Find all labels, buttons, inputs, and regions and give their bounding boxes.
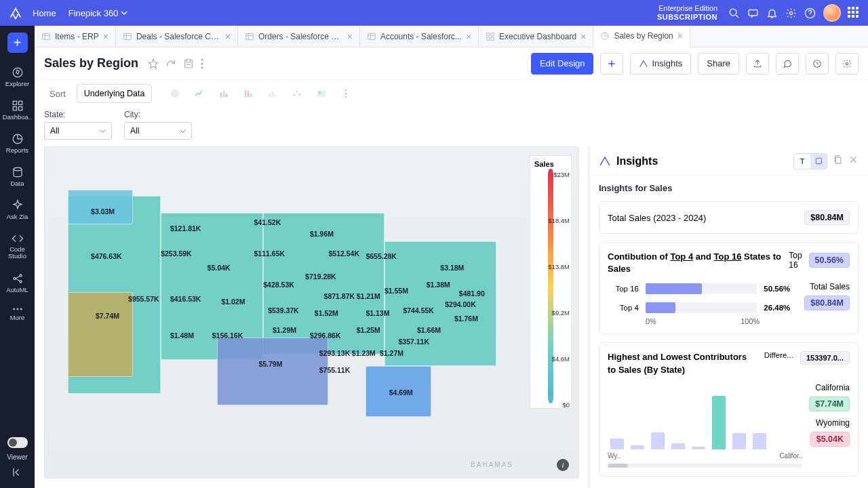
insights-button[interactable]: Insights [630,53,691,75]
line-chart-icon[interactable] [190,84,209,103]
refresh-icon[interactable] [165,58,176,69]
svg-point-16 [20,308,22,310]
map-chart[interactable]: $3.03M$121.81K$41.52K$1.96M$476.63K$253.… [44,146,579,479]
alert-icon[interactable] [806,53,829,75]
svg-point-4 [13,68,22,77]
legend-tick: $23M [553,171,570,178]
nav-automl[interactable]: AutoML [0,268,35,298]
add-button[interactable]: + [7,33,28,53]
legend-tick: $0 [562,401,570,409]
tab[interactable]: Sales by Region× [593,26,690,47]
contribution-card: Contibution of Top 4 and Top 16 States t… [599,242,859,334]
tab[interactable]: Orders - Salesforce C...× [238,26,360,47]
card-view-icon[interactable] [810,154,827,169]
svg-rect-38 [248,93,250,98]
tab[interactable]: Accounts - Salesforc...× [360,26,479,47]
comment-icon[interactable] [776,53,799,75]
tab[interactable]: Items - ERP× [35,26,116,47]
app-logo-icon[interactable] [8,5,23,20]
close-icon[interactable]: × [347,31,353,42]
close-icon[interactable]: × [580,31,586,42]
nav-dashboards[interactable]: Dashboa.. [0,96,35,125]
nav-data[interactable]: Data [0,162,35,191]
svg-rect-37 [245,90,247,92]
legend-tick: $9.2M [552,309,570,317]
home-link[interactable]: Home [33,8,56,18]
svg-rect-24 [491,37,494,40]
map-chart-icon[interactable] [312,84,331,103]
save-view-icon[interactable] [183,58,194,69]
sort-button[interactable]: Sort [44,86,71,102]
insight-view-toggle[interactable]: T [793,153,827,169]
help-icon[interactable] [800,3,819,22]
underlying-data-button[interactable]: Underlying Data [77,84,153,103]
svg-rect-36 [245,92,247,97]
tab-label: Deals - Salesforce CR... [136,32,221,41]
tab[interactable]: Deals - Salesforce CR...× [116,26,238,47]
star-icon[interactable] [148,58,159,69]
state-filter-select[interactable]: All [44,122,112,140]
pie-chart-icon[interactable] [165,84,184,103]
chat-icon[interactable] [743,3,762,22]
insights-subtitle: Insights for Sales [599,183,859,193]
close-insights-icon[interactable] [848,155,859,167]
total-sales-value: $80.84M [804,210,850,225]
chart-toolbar: Sort Underlying Data [35,80,868,107]
copy-insights-icon[interactable] [833,155,843,167]
svg-point-48 [345,89,347,92]
map-info-icon[interactable]: i [557,459,569,471]
mini-bar [712,396,726,449]
avatar[interactable] [823,4,841,22]
tab-type-icon [600,31,610,41]
add-element-button[interactable] [600,53,623,75]
apps-grid-icon[interactable] [848,7,860,19]
bar-chart-icon[interactable] [214,84,233,103]
svg-rect-35 [226,94,228,98]
search-icon[interactable] [724,3,743,22]
export-icon[interactable] [746,53,769,75]
edit-design-button[interactable]: Edit Design [531,53,593,75]
chart-more-icon[interactable] [336,84,355,103]
close-icon[interactable]: × [225,31,231,42]
collapse-nav-icon[interactable] [12,466,24,481]
mini-bar [631,445,644,449]
product-switcher[interactable]: Finepick 360 [68,8,128,18]
close-icon[interactable]: × [466,31,471,42]
top16-badge: 50.56% [809,253,850,268]
nav-explorer[interactable]: Explorer [0,62,35,92]
svg-rect-39 [248,91,250,93]
svg-rect-43 [275,94,277,97]
nav-reports[interactable]: Reports [0,129,35,158]
tab-label: Accounts - Salesforc... [380,32,462,41]
city-filter-label: City: [124,110,192,119]
stacked-bar-icon[interactable] [239,84,258,103]
close-icon[interactable]: × [103,31,108,42]
tab[interactable]: Executive Dashboard× [479,26,593,47]
settings-icon[interactable] [835,53,859,75]
svg-point-29 [201,66,203,68]
svg-rect-42 [272,92,274,97]
gear-icon[interactable] [781,3,800,22]
svg-rect-17 [43,33,50,39]
scatter-chart-icon[interactable] [288,84,307,103]
bell-icon[interactable] [762,3,781,22]
svg-point-45 [296,91,298,93]
column-chart-icon[interactable] [263,84,282,103]
svg-rect-19 [246,33,254,39]
share-button[interactable]: Share [698,53,739,75]
mini-bar [610,439,624,449]
more-icon[interactable] [201,58,203,69]
close-icon[interactable]: × [677,30,683,41]
svg-rect-18 [124,33,132,39]
nav-ask-zia[interactable]: Ask Zia [0,195,35,224]
bar-track [646,302,757,313]
viewer-toggle[interactable] [7,437,28,448]
product-name: Finepick 360 [68,8,119,18]
city-filter-select[interactable]: All [124,122,192,140]
mini-scrollbar[interactable] [608,464,802,468]
nav-more[interactable]: More [0,302,35,325]
nav-code-studio[interactable]: Code Studio [0,228,35,264]
svg-point-28 [201,62,203,64]
svg-rect-40 [250,94,252,97]
text-view-icon[interactable]: T [794,154,810,169]
